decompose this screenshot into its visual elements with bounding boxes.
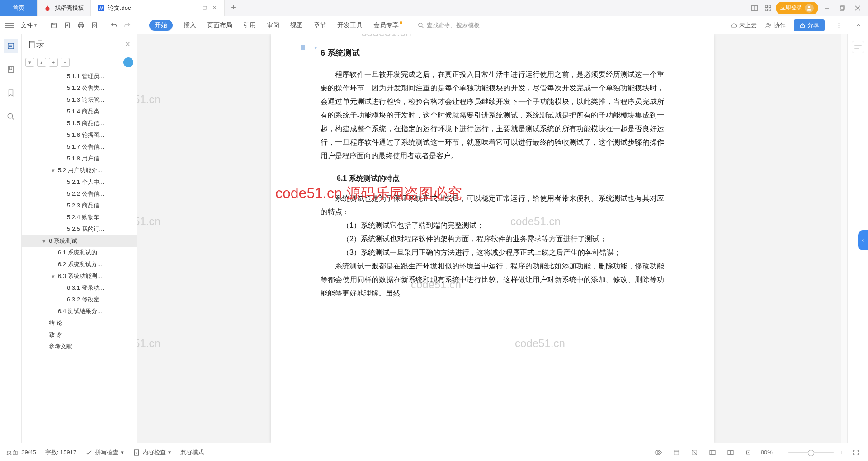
tree-item[interactable]: 6.3.2 修改密... (22, 294, 137, 306)
undo-icon[interactable] (108, 19, 120, 31)
ribbon-rail-icon[interactable] (4, 86, 18, 100)
view-web-icon[interactable] (689, 447, 700, 458)
export-icon[interactable] (61, 19, 73, 31)
chevron-down-icon[interactable]: ▾ (50, 273, 56, 280)
command-search[interactable]: 查找命令、搜索模板 (418, 21, 480, 29)
zoom-slider[interactable] (788, 452, 834, 453)
chevron-down-icon[interactable]: ▾ (50, 167, 56, 174)
preview-icon[interactable] (89, 19, 100, 31)
remove-icon[interactable]: − (61, 58, 70, 67)
tree-item[interactable]: 致 谢 (22, 329, 137, 341)
tab-document[interactable]: W 论文.doc ✕ (91, 0, 225, 16)
tree-item[interactable]: 5.2.3 商品信... (22, 200, 137, 212)
tree-item[interactable]: 5.1.3 论坛管... (22, 94, 137, 106)
ribbon-tab-reference[interactable]: 引用 (243, 21, 256, 29)
svg-rect-36 (301, 45, 305, 50)
ribbon-tab-dev[interactable]: 开发工具 (337, 21, 363, 29)
tree-item[interactable]: 6.1 系统测试的... (22, 247, 137, 259)
sync-icon[interactable]: ⋯ (123, 57, 133, 67)
page-doc-icon[interactable] (298, 42, 308, 52)
right-panel-toggle-icon[interactable] (852, 41, 864, 53)
spellcheck-toggle[interactable]: 拼写检查▾ (85, 448, 124, 456)
maximize-button[interactable] (835, 1, 849, 15)
tree-item[interactable]: ▾6 系统测试 (22, 235, 137, 247)
compat-mode[interactable]: 兼容模式 (180, 448, 204, 456)
ribbon-tab-view[interactable]: 视图 (290, 21, 303, 29)
tree-item[interactable]: ▾6.3 系统功能测... (22, 270, 137, 282)
tree-item[interactable]: 5.1.4 商品类... (22, 106, 137, 118)
collab-button[interactable]: 协作 (765, 21, 786, 29)
tree-item-label: 5.1.6 轮播图... (67, 131, 104, 139)
tree-item-label: 5.1.7 公告信... (67, 143, 104, 151)
close-icon[interactable]: ✕ (212, 5, 218, 11)
view-page-icon[interactable] (670, 447, 682, 458)
tree-item[interactable]: 6.2 系统测试方... (22, 259, 137, 270)
more-icon[interactable]: ⋮ (833, 19, 844, 31)
tree-item[interactable]: 5.2.1 个人中... (22, 176, 137, 188)
bookmark-rail-icon[interactable] (4, 62, 18, 77)
tree-item[interactable]: 参考文献 (22, 341, 137, 353)
tree-item[interactable]: 5.1.8 用户信... (22, 153, 137, 165)
tree-item[interactable]: 5.1.2 公告类... (22, 82, 137, 94)
share-button[interactable]: 分享 (794, 19, 825, 31)
tree-item[interactable]: ▾5.2 用户功能介... (22, 165, 137, 176)
collapse-all-icon[interactable]: ▾ (25, 58, 34, 67)
list-item: （2）系统测试也对程序软件的架构方面，程序软件的业务需求等方面进行了测试； (321, 232, 664, 246)
collapse-ribbon-icon[interactable] (853, 19, 864, 31)
tree-item[interactable]: 6.4 测试结果分... (22, 306, 137, 317)
tree-item[interactable]: 5.1.7 公告信... (22, 141, 137, 153)
close-panel-icon[interactable]: ✕ (125, 40, 131, 48)
print-icon[interactable] (75, 19, 87, 31)
feedback-tab[interactable] (858, 230, 868, 250)
tab-home[interactable]: 首页 (0, 0, 38, 16)
ribbon-tab-vip[interactable]: 会员专享 (373, 21, 402, 29)
ribbon-tab-review[interactable]: 审阅 (267, 21, 279, 29)
toolbar-right: 未上云 协作 分享 ⋮ (730, 19, 864, 31)
ribbon-tab-section[interactable]: 章节 (314, 21, 326, 29)
zoom-out-button[interactable]: − (779, 449, 783, 456)
outline-toggle-icon[interactable] (4, 39, 18, 53)
view-read-icon[interactable] (725, 447, 736, 458)
minimize-button[interactable] (820, 1, 834, 15)
tree-item[interactable]: 5.1.1 管理员... (22, 71, 137, 82)
ribbon-tab-start[interactable]: 开始 (149, 20, 173, 31)
scrollbar[interactable] (841, 34, 847, 443)
tree-item[interactable]: 5.2.2 公告信... (22, 188, 137, 200)
zoom-level[interactable]: 80% (761, 449, 773, 456)
tree-item[interactable]: 5.2.5 我的订... (22, 223, 137, 235)
content-check-toggle[interactable]: 内容检查▾ (133, 448, 171, 456)
tree-item[interactable]: 结 论 (22, 317, 137, 329)
menu-icon[interactable] (4, 19, 15, 31)
tree-item[interactable]: 5.2.4 购物车 (22, 212, 137, 223)
file-menu[interactable]: 文件▾ (17, 21, 40, 29)
ribbon-tab-insert[interactable]: 插入 (184, 21, 196, 29)
zoom-in-button[interactable]: + (840, 449, 844, 456)
apps-icon[interactable] (762, 2, 774, 14)
tree-item[interactable]: 5.1.6 轮播图... (22, 129, 137, 141)
svg-rect-40 (134, 450, 138, 455)
layout-icon[interactable] (749, 2, 760, 14)
expand-all-icon[interactable]: ▴ (37, 58, 46, 67)
fullscreen-icon[interactable] (850, 447, 862, 458)
tree-item[interactable]: 5.1.5 商品信... (22, 118, 137, 129)
chevron-down-icon[interactable]: ▾ (41, 238, 47, 245)
close-window-button[interactable] (851, 1, 864, 15)
tree-item[interactable]: 6.3.1 登录功... (22, 282, 137, 294)
login-button[interactable]: 立即登录 (776, 2, 818, 14)
view-outline-icon[interactable] (707, 447, 718, 458)
detach-icon[interactable] (202, 5, 208, 11)
ribbon-tab-layout[interactable]: 页面布局 (207, 21, 232, 29)
page-indicator[interactable]: 页面: 39/45 (6, 448, 36, 456)
new-tab-button[interactable]: + (225, 0, 243, 16)
page-more-icon[interactable]: ▾ (311, 42, 321, 52)
eye-icon[interactable] (652, 447, 664, 458)
zoom-fit-icon[interactable]: ⊡ (743, 447, 755, 458)
tab-templates[interactable]: 找稻壳模板 (38, 0, 91, 16)
save-icon[interactable] (48, 19, 60, 31)
svg-rect-2 (203, 6, 207, 9)
word-count[interactable]: 字数: 15917 (45, 448, 76, 456)
redo-icon[interactable] (122, 19, 133, 31)
add-icon[interactable]: + (49, 58, 58, 67)
search-rail-icon[interactable] (4, 109, 18, 124)
cloud-status[interactable]: 未上云 (730, 21, 757, 29)
